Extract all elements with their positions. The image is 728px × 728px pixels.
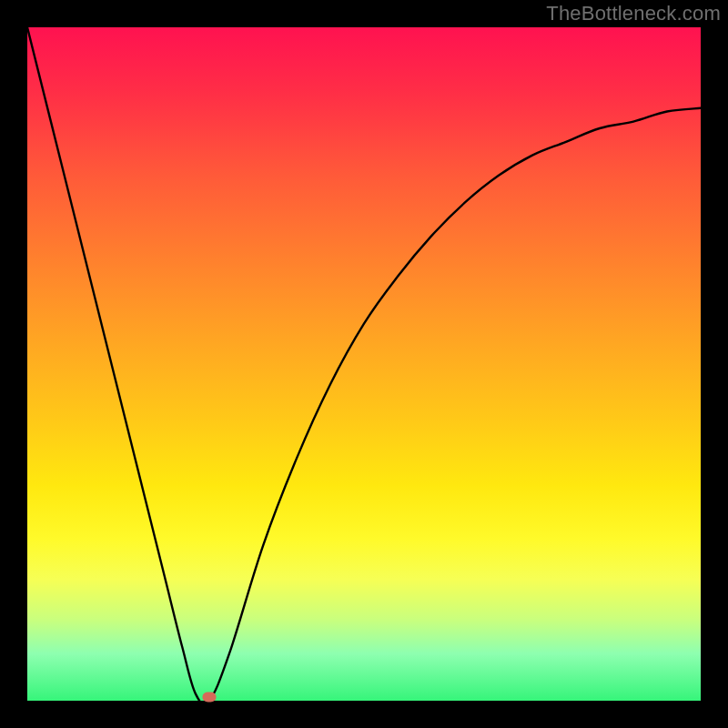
optimal-point-marker — [202, 693, 216, 703]
plot-area — [27, 27, 701, 701]
bottleneck-curve — [27, 27, 701, 701]
watermark-text: TheBottleneck.com — [546, 2, 721, 25]
chart-frame: TheBottleneck.com — [0, 0, 728, 728]
